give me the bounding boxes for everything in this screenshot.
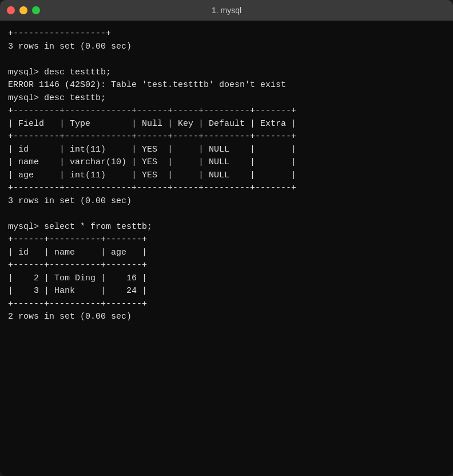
- window-title: 1. mysql: [212, 6, 241, 15]
- maximize-button[interactable]: [32, 6, 40, 14]
- terminal-window: 1. mysql +------------------+ 3 rows in …: [0, 0, 453, 476]
- close-button[interactable]: [7, 6, 15, 14]
- titlebar: 1. mysql: [0, 0, 453, 21]
- traffic-lights: [7, 6, 40, 14]
- terminal-output[interactable]: +------------------+ 3 rows in set (0.00…: [0, 21, 453, 476]
- minimize-button[interactable]: [19, 6, 27, 14]
